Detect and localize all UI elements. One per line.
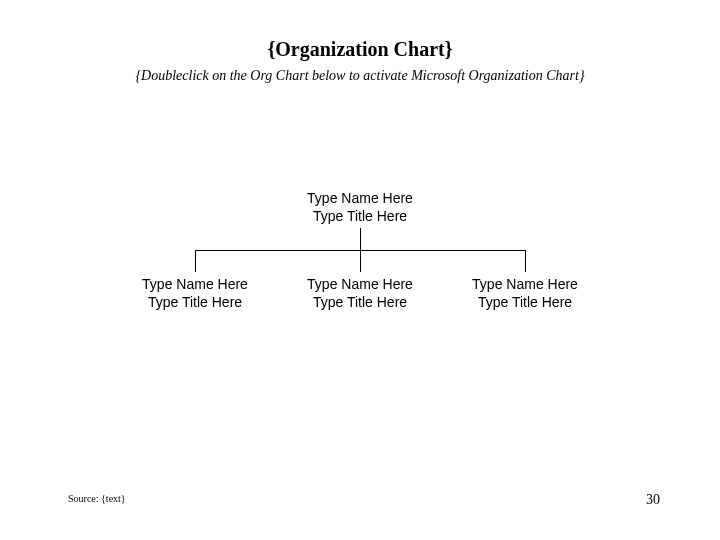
page-number: 30 <box>646 492 660 508</box>
org-node-name: Type Name Here <box>120 276 270 294</box>
org-node-name: Type Name Here <box>285 190 435 208</box>
org-node-child[interactable]: Type Name Here Type Title Here <box>120 276 270 311</box>
org-node-title: Type Title Here <box>120 294 270 312</box>
page-subtitle: {Doubleclick on the Org Chart below to a… <box>0 68 720 84</box>
org-chart[interactable]: Type Name Here Type Title Here Type Name… <box>0 190 720 350</box>
org-node-name: Type Name Here <box>450 276 600 294</box>
org-node-child[interactable]: Type Name Here Type Title Here <box>450 276 600 311</box>
org-node-title: Type Title Here <box>450 294 600 312</box>
connector-line <box>525 250 526 272</box>
connector-line <box>195 250 196 272</box>
org-node-child[interactable]: Type Name Here Type Title Here <box>285 276 435 311</box>
connector-line <box>360 228 361 250</box>
org-node-name: Type Name Here <box>285 276 435 294</box>
org-node-title: Type Title Here <box>285 294 435 312</box>
source-text: Source: {text} <box>68 493 126 504</box>
org-node-root[interactable]: Type Name Here Type Title Here <box>285 190 435 225</box>
slide: {Organization Chart} {Doubleclick on the… <box>0 0 720 540</box>
connector-line <box>360 250 361 272</box>
org-node-title: Type Title Here <box>285 208 435 226</box>
page-title: {Organization Chart} <box>0 38 720 61</box>
